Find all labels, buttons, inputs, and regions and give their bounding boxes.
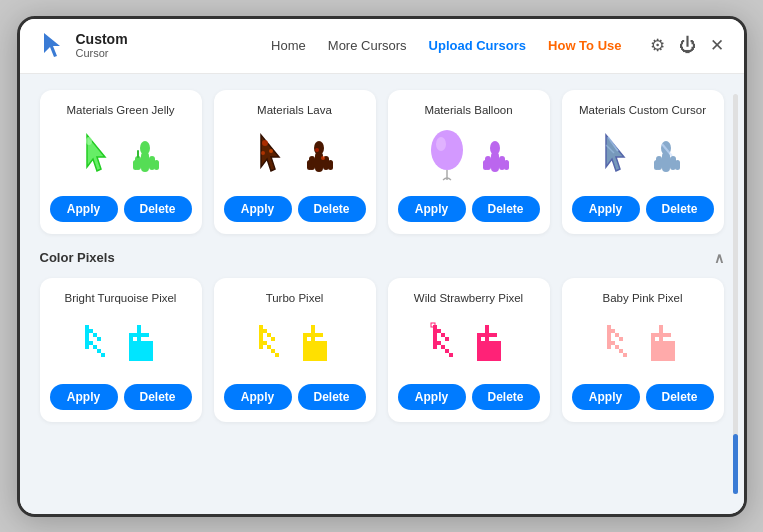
svg-rect-111 <box>485 333 489 337</box>
pink-hand-icon <box>647 321 683 367</box>
svg-rect-147 <box>651 349 675 353</box>
nav-how-to-use[interactable]: How To Use <box>548 38 621 53</box>
svg-rect-44 <box>85 337 89 341</box>
balloon-cursor-icon <box>425 128 475 184</box>
svg-rect-126 <box>607 337 611 341</box>
svg-rect-55 <box>137 329 141 333</box>
cursor-buttons-pink: Apply Delete <box>572 384 714 410</box>
svg-rect-73 <box>259 345 263 349</box>
svg-rect-74 <box>263 329 267 333</box>
cursor-name-balloon: Materials Balloon <box>424 104 512 116</box>
balloon-hand-icon <box>481 134 513 178</box>
cursor-img-lava <box>255 124 335 188</box>
svg-rect-109 <box>485 325 489 329</box>
cursor-img-turquoise <box>81 312 161 376</box>
delete-button-strawberry[interactable]: Delete <box>472 384 540 410</box>
cursor-img-pink <box>603 312 683 376</box>
svg-rect-70 <box>259 333 263 337</box>
settings-icon[interactable]: ⚙ <box>650 35 665 56</box>
svg-rect-144 <box>667 333 671 337</box>
cursor-buttons-custom: Apply Delete <box>572 196 714 222</box>
svg-rect-125 <box>607 333 611 337</box>
scrollbar-thumb[interactable] <box>733 434 738 494</box>
svg-rect-119 <box>477 345 501 349</box>
svg-rect-38 <box>675 160 680 170</box>
svg-rect-107 <box>449 353 453 357</box>
svg-rect-47 <box>89 329 93 333</box>
svg-rect-41 <box>85 325 89 329</box>
svg-point-30 <box>490 141 500 155</box>
cursor-buttons-balloon: Apply Delete <box>398 196 540 222</box>
svg-rect-131 <box>619 337 623 341</box>
svg-rect-79 <box>271 349 275 353</box>
svg-rect-68 <box>259 325 263 329</box>
close-icon[interactable]: ✕ <box>710 35 724 56</box>
svg-point-13 <box>261 151 265 155</box>
cursor-name-turquoise: Bright Turquoise Pixel <box>65 292 177 304</box>
cursor-buttons-lava: Apply Delete <box>224 196 366 222</box>
apply-button-green-jelly[interactable]: Apply <box>50 196 118 222</box>
svg-rect-77 <box>263 341 267 345</box>
delete-button-lava[interactable]: Delete <box>298 196 366 222</box>
svg-rect-96 <box>433 329 437 333</box>
delete-button-turquoise[interactable]: Delete <box>124 384 192 410</box>
cursor-buttons-green-jelly: Apply Delete <box>50 196 192 222</box>
nav-more-cursors[interactable]: More Cursors <box>328 38 407 53</box>
apply-button-pink[interactable]: Apply <box>572 384 640 410</box>
turquoise-hand-icon <box>125 321 161 367</box>
svg-rect-48 <box>93 333 97 337</box>
scrollbar[interactable] <box>733 94 738 494</box>
apply-button-turquoise[interactable]: Apply <box>50 384 118 410</box>
delete-button-custom[interactable]: Delete <box>646 196 714 222</box>
color-pixels-label: Color Pixels <box>40 250 115 265</box>
cursor-card-turbo: Turbo Pixel <box>214 278 376 422</box>
svg-rect-54 <box>137 325 141 329</box>
svg-rect-139 <box>659 337 663 341</box>
titlebar: CustomCursor Home More Cursors Upload Cu… <box>20 19 744 74</box>
cursor-name-custom: Materials Custom Cursor <box>579 104 706 116</box>
apply-button-lava[interactable]: Apply <box>224 196 292 222</box>
svg-rect-91 <box>303 345 327 349</box>
svg-rect-29 <box>504 160 509 170</box>
svg-rect-28 <box>483 160 488 170</box>
nav-home[interactable]: Home <box>271 38 306 53</box>
delete-button-green-jelly[interactable]: Delete <box>124 196 192 222</box>
svg-rect-133 <box>615 345 619 349</box>
nav-upload-cursors[interactable]: Upload Cursors <box>429 38 527 53</box>
svg-rect-149 <box>651 357 675 361</box>
svg-rect-122 <box>477 357 501 361</box>
cursor-name-lava: Materials Lava <box>257 104 332 116</box>
svg-rect-123 <box>607 325 611 329</box>
delete-button-pink[interactable]: Delete <box>646 384 714 410</box>
svg-rect-64 <box>129 345 153 349</box>
svg-rect-7 <box>154 160 159 170</box>
apply-button-turbo[interactable]: Apply <box>224 384 292 410</box>
section-chevron-icon[interactable]: ∧ <box>714 250 724 266</box>
cursor-card-green-jelly: Materials Green Jelly <box>40 90 202 234</box>
delete-button-turbo[interactable]: Delete <box>298 384 366 410</box>
turquoise-cursor-icon <box>81 321 119 367</box>
svg-point-2 <box>86 137 92 145</box>
lava-hand-icon <box>305 134 335 178</box>
svg-rect-17 <box>307 160 312 170</box>
apply-button-custom[interactable]: Apply <box>572 196 640 222</box>
logo-text: CustomCursor <box>76 32 128 59</box>
green-jelly-hand-icon <box>131 134 161 178</box>
delete-button-balloon[interactable]: Delete <box>472 196 540 222</box>
nav-area: Home More Cursors Upload Cursors How To … <box>271 35 723 56</box>
apply-button-balloon[interactable]: Apply <box>398 196 466 222</box>
color-pixels-grid: Bright Turquoise Pixel <box>40 278 724 422</box>
browser-window: CustomCursor Home More Cursors Upload Cu… <box>17 16 747 517</box>
cursor-img-custom <box>600 124 686 188</box>
svg-point-20 <box>315 148 319 152</box>
svg-point-12 <box>269 149 273 153</box>
cursor-img-turbo <box>255 312 335 376</box>
svg-rect-81 <box>311 325 315 329</box>
svg-rect-90 <box>303 341 327 345</box>
power-icon[interactable]: ⏻ <box>679 36 696 56</box>
svg-rect-118 <box>477 341 501 345</box>
apply-button-strawberry[interactable]: Apply <box>398 384 466 410</box>
svg-rect-141 <box>651 333 655 337</box>
svg-rect-60 <box>129 337 133 341</box>
svg-rect-116 <box>489 333 493 337</box>
